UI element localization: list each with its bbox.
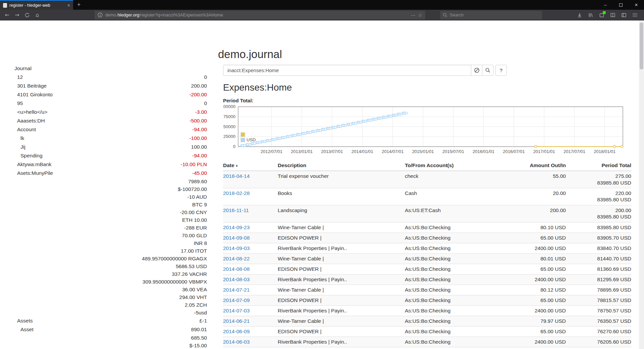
book-icon xyxy=(610,12,615,18)
scrollbar-thumb[interactable] xyxy=(640,22,643,69)
account-link[interactable]: <u>hello</u> xyxy=(11,108,48,116)
account-link[interactable]: Assets xyxy=(11,316,33,325)
new-tab-button[interactable]: + xyxy=(73,0,85,10)
account-link[interactable]: Journal xyxy=(11,64,32,73)
svg-text:2017/01/01: 2017/01/01 xyxy=(533,149,555,154)
url-text[interactable]: demo.hledger.org/register?q=inacct%3AExp… xyxy=(105,12,408,17)
account-link[interactable]: Asets:MunyPile xyxy=(11,169,53,178)
account-link[interactable]: Aktywa:mBank xyxy=(11,160,52,169)
register-date-link[interactable]: 2014-06-03 xyxy=(223,339,250,345)
balance-line: -10 AUD xyxy=(11,193,207,201)
register-date-link[interactable]: 2014-06-21 xyxy=(223,318,250,324)
balance-line: -288 EUR xyxy=(11,224,207,232)
register-accounts: As:US:Bo:Checking xyxy=(405,243,509,253)
register-period-total: 81295.69 USD xyxy=(566,274,631,285)
register-row: 2014-06-03RiverBank Properties | Payin..… xyxy=(223,337,631,347)
register-date-link[interactable]: 2014-06-09 xyxy=(223,329,250,334)
window-maximize-button[interactable] xyxy=(613,0,629,10)
register-accounts: As:US:Bo:Checking xyxy=(405,326,509,337)
library-button[interactable] xyxy=(586,10,595,20)
query-input[interactable] xyxy=(223,65,471,76)
register-date-link[interactable]: 2014-08-22 xyxy=(223,256,250,261)
register-description: Landscaping xyxy=(278,205,405,222)
browser-tab[interactable]: register - hledger-web × xyxy=(0,0,73,10)
account-link[interactable]: Aaasets:DH xyxy=(11,116,45,125)
url-bar[interactable]: demo.hledger.org/register?q=inacct%3AExp… xyxy=(95,11,425,19)
help-button[interactable]: ? xyxy=(495,65,507,76)
reload-button[interactable] xyxy=(22,10,32,20)
back-button[interactable]: ← xyxy=(2,10,12,20)
register-accounts: As:US:Bo:Checking xyxy=(405,233,509,243)
register-date-link[interactable]: 2014-09-23 xyxy=(223,225,250,230)
search-submit-button[interactable] xyxy=(482,65,493,76)
page-scrollbar[interactable] xyxy=(639,20,644,349)
reader-button[interactable] xyxy=(608,10,617,20)
tab-close-icon[interactable]: × xyxy=(67,3,70,8)
column-header-amount[interactable]: Amount Out/In xyxy=(509,161,566,171)
register-date-link[interactable]: 2014-07-09 xyxy=(223,297,250,303)
account-row: Account-94.00 xyxy=(11,125,207,134)
account-balance: -45.00 xyxy=(192,169,207,178)
account-link xyxy=(11,185,14,193)
register-amount: 80.03 USD xyxy=(509,347,566,349)
column-header-period-total[interactable]: Period Total xyxy=(566,161,631,171)
register-date-link[interactable]: 2014-09-08 xyxy=(223,235,250,241)
account-link[interactable]: 12 xyxy=(11,73,23,82)
svg-text:2017/07/01: 2017/07/01 xyxy=(564,149,585,154)
register-date-link[interactable]: 2014-09-03 xyxy=(223,245,250,251)
register-accounts: As:US:Bo:Checking xyxy=(405,264,509,274)
register-date-link[interactable]: 2016-11-11 xyxy=(223,207,249,213)
journal-title: demo.journal xyxy=(218,48,282,61)
account-balance: -94.00 xyxy=(192,151,207,160)
extension-button[interactable] xyxy=(597,10,606,20)
account-link xyxy=(11,278,14,286)
site-info-icon[interactable] xyxy=(98,12,103,17)
account-link[interactable]: Jij xyxy=(11,143,25,151)
register-accounts: As:US:Bo:Checking xyxy=(405,337,509,347)
column-header-description[interactable]: Description xyxy=(278,161,405,171)
register-description: Wine-Tarner Cable | xyxy=(278,316,405,326)
account-link[interactable]: 301 Beiträge xyxy=(11,82,47,90)
column-header-date[interactable]: Date▲ xyxy=(223,161,278,171)
register-period-total: 78815.57 USD xyxy=(566,295,631,305)
account-balance: 17.00 ITOT xyxy=(181,247,207,255)
register-date-link[interactable]: 2018-04-14 xyxy=(223,173,250,179)
account-link[interactable]: Spending xyxy=(11,151,43,160)
clear-query-button[interactable] xyxy=(471,65,482,76)
register-date-link[interactable]: 2014-08-08 xyxy=(223,266,250,272)
register-accounts: Cash xyxy=(405,188,509,205)
register-date-link[interactable]: 2014-07-03 xyxy=(223,308,250,313)
downloads-button[interactable] xyxy=(575,10,584,20)
account-balance: 7989.60 xyxy=(188,178,207,185)
account-link[interactable]: 4101 Girokonto xyxy=(11,90,53,99)
register-date-link[interactable]: 2014-08-03 xyxy=(223,277,250,282)
register-amount: 65.00 USD xyxy=(509,233,566,243)
account-link[interactable]: Asset xyxy=(11,325,34,334)
account-link[interactable]: lk xyxy=(11,134,24,143)
url-subdomain: demo. xyxy=(105,12,117,17)
sidebar-toggle-button[interactable] xyxy=(620,10,628,20)
register-description: EDISON POWER | xyxy=(278,326,405,337)
account-row: <u>hello</u>-3.00 xyxy=(11,108,207,116)
menu-button[interactable] xyxy=(631,10,639,20)
bookmark-star-icon[interactable]: ☆ xyxy=(418,12,422,18)
register-row: 2016-11-11LandscapingAs:US:ET:Cash200.00… xyxy=(223,205,631,222)
page-actions-icon[interactable]: ⋯ xyxy=(411,12,415,18)
account-link xyxy=(11,224,14,232)
browser-search-box[interactable]: Search xyxy=(440,11,542,19)
register-date-link[interactable]: 2014-07-21 xyxy=(223,287,250,293)
balance-line: 36.00 VEA xyxy=(11,286,207,293)
period-chart[interactable]: 02500050000750001000002012/07/012013/01/… xyxy=(223,105,625,157)
account-link[interactable]: Account xyxy=(11,125,36,134)
register-date-link[interactable]: 2018-02-28 xyxy=(223,190,250,196)
account-link xyxy=(11,286,14,293)
account-row: 120 xyxy=(11,73,207,82)
forward-button[interactable]: → xyxy=(12,10,22,20)
window-minimize-button[interactable]: ─ xyxy=(598,0,613,10)
register-row: 2018-04-14Trial expense vouchercheck55.0… xyxy=(223,171,631,188)
account-link[interactable]: 95 xyxy=(11,99,23,108)
column-header-accounts[interactable]: To/From Account(s) xyxy=(405,161,509,171)
home-button[interactable]: ⌂ xyxy=(32,10,42,20)
account-balance: 309.950000000000 VBMPX xyxy=(143,278,207,286)
window-close-button[interactable]: × xyxy=(629,0,644,10)
